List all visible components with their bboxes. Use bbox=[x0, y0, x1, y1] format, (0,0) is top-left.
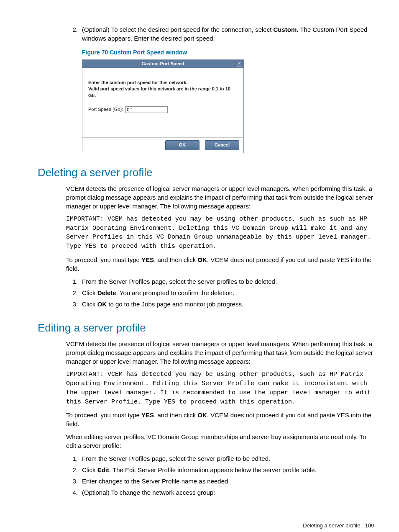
list-item: 1. From the Server Profiles page, select… bbox=[66, 277, 374, 286]
text: to go to the Jobs page and monitor job p… bbox=[107, 301, 243, 308]
dialog-body: Enter the custom port speed for this net… bbox=[82, 68, 243, 117]
bold-yes: YES bbox=[141, 411, 154, 419]
port-speed-field: Port Speed (Gb): bbox=[88, 106, 238, 113]
text: . You are prompted to confirm the deleti… bbox=[116, 289, 235, 296]
paragraph: To proceed, you must type YES, and then … bbox=[66, 411, 374, 428]
list-body: Click Delete. You are prompted to confir… bbox=[82, 288, 374, 297]
list-number: 1. bbox=[66, 277, 82, 286]
dialog-footer: OK Cancel bbox=[82, 137, 243, 152]
list-body: Click Edit. The Edit Server Profile info… bbox=[82, 465, 374, 474]
ok-button[interactable]: OK bbox=[165, 140, 200, 150]
list-number: 3. bbox=[66, 300, 82, 308]
text: . The Edit Server Profile information ap… bbox=[109, 466, 317, 473]
list-number: 3. bbox=[66, 477, 82, 486]
page-number: 109 bbox=[365, 522, 374, 529]
bold-ok: OK bbox=[97, 301, 107, 308]
close-icon[interactable]: ✕ bbox=[236, 61, 242, 67]
list-item: 3. Enter changes to the Server Profile n… bbox=[66, 477, 374, 486]
text: (Optional) To select the desired port sp… bbox=[82, 26, 274, 33]
list-item-2: 2. (Optional) To select the desired port… bbox=[66, 25, 374, 43]
port-speed-label: Port Speed (Gb): bbox=[88, 106, 123, 113]
text: Click bbox=[82, 466, 97, 473]
paragraph: VCEM detects the presence of logical ser… bbox=[66, 184, 374, 211]
list-body: From the Server Profiles page, select th… bbox=[82, 277, 374, 286]
paragraph: To proceed, you must type YES, and then … bbox=[66, 255, 374, 273]
list-number: 4. bbox=[66, 488, 82, 497]
dialog-title: Custom Port Speed bbox=[141, 61, 184, 66]
bold-delete: Delete bbox=[97, 289, 116, 296]
footer-text: Deleting a server profile bbox=[303, 522, 360, 529]
list-item: 3. Click OK to go to the Jobs page and m… bbox=[66, 300, 374, 308]
important-message: IMPORTANT: VCEM has detected you may be … bbox=[66, 370, 374, 406]
list-body: Enter changes to the Server Profile name… bbox=[82, 477, 374, 486]
important-message: IMPORTANT: VCEM has detected you may be … bbox=[66, 215, 374, 251]
heading-deleting: Deleting a server profile bbox=[38, 165, 374, 180]
list-body: From the Server Profiles page, select th… bbox=[82, 454, 374, 463]
list-number: 1. bbox=[66, 454, 82, 463]
bold-yes: YES bbox=[141, 256, 154, 263]
list-item: 2. Click Delete. You are prompted to con… bbox=[66, 288, 374, 297]
paragraph: When editing server profiles, VC Domain … bbox=[66, 432, 374, 450]
list-item: 4. (Optional) To change the network acce… bbox=[66, 488, 374, 497]
port-speed-input[interactable] bbox=[125, 106, 168, 113]
custom-port-speed-dialog: Custom Port Speed ✕ Enter the custom por… bbox=[82, 59, 244, 153]
text: Click bbox=[82, 301, 97, 308]
heading-editing: Editing a server profile bbox=[38, 320, 374, 335]
dialog-title-bar: Custom Port Speed ✕ bbox=[82, 60, 243, 68]
list-item: 2. Click Edit. The Edit Server Profile i… bbox=[66, 465, 374, 474]
text: , and then click bbox=[154, 411, 197, 419]
page-footer: Deleting a server profile 109 bbox=[38, 522, 374, 529]
bold-custom: Custom bbox=[274, 26, 297, 33]
list-item: 1. From the Server Profiles page, select… bbox=[66, 454, 374, 463]
list-body: (Optional) To change the network access … bbox=[82, 488, 374, 497]
text: To proceed, you must type bbox=[66, 256, 141, 263]
list-number: 2. bbox=[66, 465, 82, 474]
dialog-instruction-1: Enter the custom port speed for this net… bbox=[88, 80, 238, 86]
text: To proceed, you must type bbox=[66, 411, 141, 419]
text: Click bbox=[82, 289, 97, 296]
text: , and then click bbox=[154, 256, 197, 263]
list-number: 2. bbox=[66, 25, 82, 43]
bold-ok: OK bbox=[197, 411, 207, 419]
figure-caption: Figure 70 Custom Port Speed window bbox=[82, 49, 374, 57]
dialog-instruction-2: Valid port speed values for this network… bbox=[88, 86, 238, 99]
bold-ok: OK bbox=[197, 256, 207, 263]
cancel-button[interactable]: Cancel bbox=[205, 140, 239, 150]
bold-edit: Edit bbox=[97, 466, 109, 473]
list-number: 2. bbox=[66, 288, 82, 297]
list-body: (Optional) To select the desired port sp… bbox=[82, 25, 374, 43]
paragraph: VCEM detects the presence of logical ser… bbox=[66, 339, 374, 366]
list-body: Click OK to go to the Jobs page and moni… bbox=[82, 300, 374, 308]
